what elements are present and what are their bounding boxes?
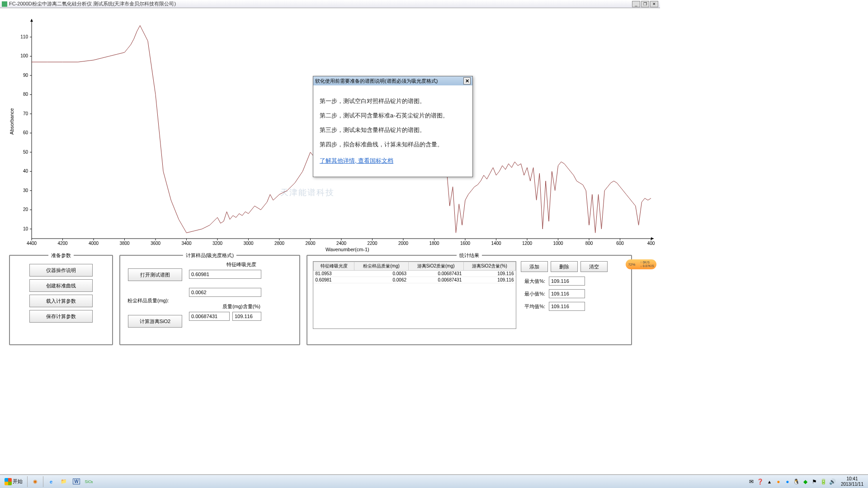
table-header: 特征峰吸光度 (314, 262, 354, 271)
save-calc-params-button[interactable]: 保存计算参数 (29, 310, 93, 323)
calculate-sio2-button[interactable]: 计算游离SiO2 (128, 315, 182, 328)
maximize-button[interactable]: ❐ (641, 1, 649, 7)
svg-text:70: 70 (23, 111, 28, 116)
dialog-link-details[interactable]: 了解其他详情, (320, 157, 357, 164)
calc-panel-legend: 计算样品(吸光度格式) (183, 252, 236, 259)
svg-text:2800: 2800 (274, 241, 285, 246)
svg-text:3600: 3600 (151, 241, 161, 246)
window-title: FC-2000D粉尘中游离二氧化硅分析仪 测试系统(天津市金贝尔科技有限公司) (9, 0, 632, 7)
open-test-spectrum-button[interactable]: 打开测试谱图 (128, 268, 182, 281)
results-table: 特征峰吸光度粉尘样品质量(mg)游离SiO2质量(mg)游离SiO2含量(%) … (313, 262, 516, 283)
dialog-close-button[interactable]: ✕ (463, 77, 471, 84)
add-button[interactable]: 添加 (521, 261, 548, 272)
table-cell: 0.0062 (354, 277, 408, 283)
gauge-download: ↓ 0.07K/S (640, 264, 654, 267)
dust-mass-label: 粉尘样品质量(mg): (127, 297, 184, 304)
calculate-sample-panel: 计算样品(吸光度格式) 打开测试谱图 粉尘样品质量(mg): 计算游离SiO2 … (119, 255, 300, 345)
prepare-params-panel: 准备参数 仪器操作说明 创建标准曲线 载入计算参数 保存计算参数 (9, 255, 113, 345)
min-value-input[interactable] (549, 289, 585, 298)
dust-mass-input[interactable] (189, 288, 261, 297)
dialog-step-1: 第一步，测试空白对照样品锭片的谱图。 (320, 97, 466, 105)
svg-text:4200: 4200 (57, 241, 68, 246)
stats-panel-legend: 统计结果 (457, 252, 482, 259)
dialog-step-2: 第二步，测试不同含量标准a-石英尘锭片的谱图。 (320, 112, 466, 120)
dialog-titlebar[interactable]: 软化使用前需要准备的谱图说明(谱图必须为吸光度格式) ✕ (313, 76, 472, 85)
network-speed-gauge[interactable]: 72% ↑ 0K/S ↓ 0.07K/S (626, 259, 656, 269)
close-button[interactable]: ✕ (650, 1, 658, 7)
table-cell: 81.0953 (314, 271, 354, 277)
svg-text:110: 110 (20, 34, 28, 39)
gauge-percent: 72% (628, 263, 635, 267)
instrument-instructions-button[interactable]: 仪器操作说明 (29, 264, 93, 277)
svg-text:90: 90 (23, 73, 28, 78)
prepare-panel-legend: 准备参数 (48, 252, 74, 259)
table-header: 粉尘样品质量(mg) (354, 262, 408, 271)
svg-text:600: 600 (616, 241, 624, 246)
load-calc-params-button[interactable]: 载入计算参数 (29, 295, 93, 307)
svg-text:3200: 3200 (212, 241, 223, 246)
sio2-percent-input[interactable] (232, 312, 261, 321)
delete-button[interactable]: 删除 (551, 261, 578, 272)
dialog-link-standard[interactable]: 查看国标文档 (358, 157, 393, 164)
table-header: 游离SiO2质量(mg) (408, 262, 463, 271)
svg-text:80: 80 (23, 92, 28, 97)
table-cell: 0.00687431 (408, 271, 463, 277)
min-label: 最小值%: (521, 291, 545, 297)
table-row[interactable]: 81.09530.00630.00687431109.116 (314, 271, 516, 277)
table-header: 游离SiO2含量(%) (463, 262, 515, 271)
svg-text:2600: 2600 (305, 241, 316, 246)
avg-label: 平均值%: (521, 303, 545, 310)
svg-text:3800: 3800 (119, 241, 130, 246)
create-standard-curve-button[interactable]: 创建标准曲线 (29, 279, 93, 292)
svg-text:60: 60 (23, 130, 28, 135)
svg-text:4400: 4400 (27, 241, 37, 246)
svg-text:2200: 2200 (367, 241, 377, 246)
dialog-step-3: 第三步，测试未知含量样品锭片的谱图。 (320, 126, 466, 134)
svg-text:1400: 1400 (491, 241, 501, 246)
window-titlebar: FC-2000D粉尘中游离二氧化硅分析仪 测试系统(天津市金贝尔科技有限公司) … (0, 0, 660, 8)
svg-text:20: 20 (23, 207, 28, 212)
table-cell: 0.00687431 (408, 277, 463, 283)
svg-text:30: 30 (23, 188, 28, 193)
svg-text:1800: 1800 (429, 241, 439, 246)
table-cell: 109.116 (463, 277, 515, 283)
gauge-upload: ↑ 0K/S (640, 261, 650, 264)
svg-text:1000: 1000 (553, 241, 563, 246)
peak-absorbance-label: 特征峰吸光度 (189, 261, 294, 268)
max-value-input[interactable] (549, 277, 585, 286)
svg-text:10: 10 (23, 226, 28, 231)
svg-text:1600: 1600 (460, 241, 471, 246)
svg-text:100: 100 (20, 53, 28, 58)
dialog-title-text: 软化使用前需要准备的谱图说明(谱图必须为吸光度格式) (315, 78, 463, 84)
svg-text:2400: 2400 (336, 241, 347, 246)
svg-text:4000: 4000 (89, 241, 99, 246)
svg-text:50: 50 (23, 150, 28, 155)
statistics-panel: 统计结果 特征峰吸光度粉尘样品质量(mg)游离SiO2质量(mg)游离SiO2含… (307, 255, 632, 345)
mass-content-label: 质量(mg)含量(%) (189, 303, 294, 310)
results-table-container[interactable]: 特征峰吸光度粉尘样品质量(mg)游离SiO2质量(mg)游离SiO2含量(%) … (313, 261, 516, 329)
app-icon (2, 1, 7, 7)
svg-text:2000: 2000 (398, 241, 409, 246)
svg-text:1200: 1200 (522, 241, 533, 246)
minimize-button[interactable]: _ (632, 1, 640, 7)
sio2-mass-input[interactable] (189, 312, 230, 321)
table-cell: 0.0063 (354, 271, 408, 277)
avg-value-input[interactable] (549, 302, 585, 311)
svg-text:800: 800 (585, 241, 593, 246)
instructions-dialog: 软化使用前需要准备的谱图说明(谱图必须为吸光度格式) ✕ 第一步，测试空白对照样… (313, 76, 473, 177)
table-row[interactable]: 0.609810.00620.00687431109.116 (314, 277, 516, 283)
dialog-step-4: 第四步，拟合标准曲线，计算未知样品的含量。 (320, 141, 466, 149)
table-cell: 0.60981 (314, 277, 354, 283)
table-cell: 109.116 (463, 271, 515, 277)
svg-text:400: 400 (647, 241, 655, 246)
svg-text:40: 40 (23, 169, 28, 174)
svg-text:3000: 3000 (243, 241, 254, 246)
max-label: 最大值%: (521, 278, 545, 285)
peak-absorbance-input[interactable] (189, 270, 261, 279)
svg-marker-2 (651, 237, 654, 240)
svg-text:3400: 3400 (181, 241, 192, 246)
svg-marker-3 (30, 19, 33, 22)
clear-button[interactable]: 清空 (580, 261, 608, 272)
